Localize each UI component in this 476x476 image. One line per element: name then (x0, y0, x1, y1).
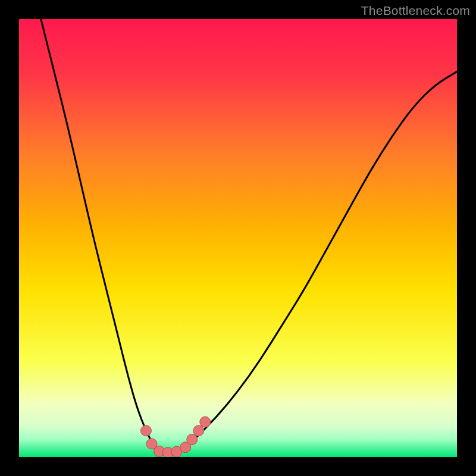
marker-dot (140, 425, 151, 436)
plot-area (19, 19, 457, 457)
marker-dot (193, 425, 204, 436)
watermark-text: TheBottleneck.com (361, 4, 470, 18)
marker-dot (200, 416, 211, 427)
chart-svg (19, 19, 457, 457)
outer-frame: TheBottleneck.com (0, 0, 476, 476)
marker-dot (187, 434, 198, 445)
